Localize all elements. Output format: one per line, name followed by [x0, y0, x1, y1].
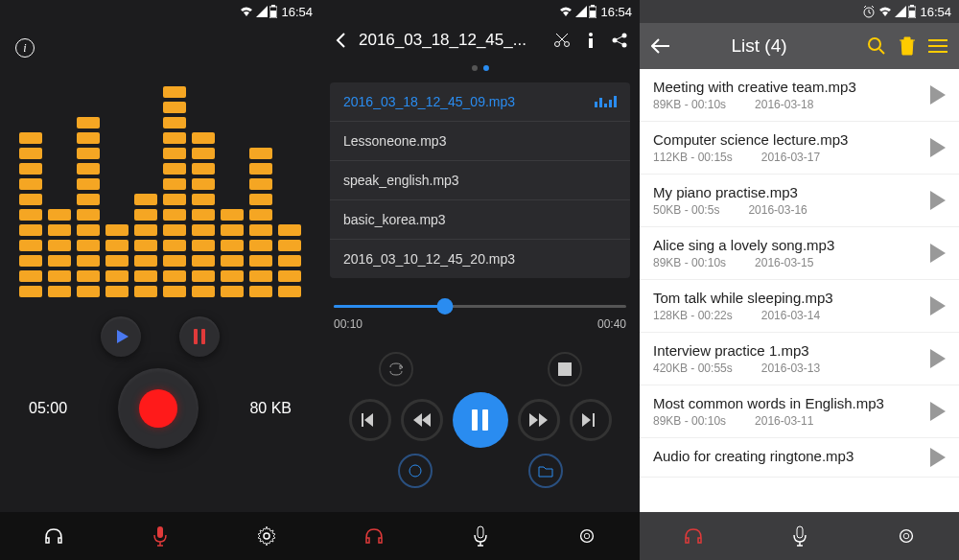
track-row[interactable]: speak_english.mp3 — [330, 161, 630, 200]
prev-track-button[interactable] — [349, 399, 391, 441]
back-button[interactable] — [651, 38, 670, 54]
play-item-button[interactable] — [930, 85, 946, 105]
list-screen: 16:54 List (4) Meeting with creative tea… — [640, 0, 959, 560]
search-button[interactable] — [867, 36, 886, 56]
elapsed-time: 05:00 — [29, 400, 67, 417]
player-screen: 16:54 2016_03_18_12_45_... 2016_03_18_12… — [320, 0, 640, 560]
repeat-button[interactable] — [379, 352, 413, 386]
tab-settings[interactable] — [533, 512, 640, 560]
folder-button[interactable] — [528, 454, 563, 488]
play-item-button[interactable] — [930, 402, 946, 421]
track-name: basic_korea.mp3 — [343, 212, 446, 227]
play-item-button[interactable] — [930, 296, 946, 315]
svg-point-29 — [903, 533, 909, 539]
file-name: Meeting with creative team.mp3 — [653, 79, 930, 95]
status-bar: 16:54 — [0, 0, 320, 23]
list-item[interactable]: My piano practise.mp350KB - 00:5s2016-03… — [640, 175, 959, 227]
file-size-duration: 50KB - 00:5s — [653, 203, 719, 217]
list-item[interactable]: Audio for creating ringtone.mp3 — [640, 438, 959, 478]
stop-button[interactable] — [548, 352, 582, 386]
play-button[interactable] — [101, 316, 141, 357]
svg-point-4 — [264, 533, 269, 539]
play-item-button[interactable] — [930, 244, 946, 263]
headphones-icon — [682, 525, 705, 548]
recorder-screen: 16:54 i 05:00 80 KB — [0, 0, 320, 560]
file-size-duration: 420KB - 00:55s — [653, 362, 733, 375]
status-time: 16:54 — [600, 5, 632, 19]
stop-icon — [558, 362, 572, 376]
svg-rect-3 — [157, 526, 163, 538]
file-size-duration: 89KB - 00:10s — [653, 256, 726, 269]
equalizer-visualizer — [0, 58, 320, 307]
gear-icon — [896, 525, 917, 547]
folder-icon — [538, 464, 553, 478]
delete-button[interactable] — [900, 36, 915, 56]
forward-icon — [529, 413, 549, 427]
svg-point-28 — [900, 530, 912, 543]
tab-settings[interactable] — [853, 512, 959, 560]
pause-button[interactable] — [179, 316, 220, 357]
skip-next-icon — [582, 413, 599, 427]
file-date: 2016-03-18 — [755, 98, 813, 111]
recordings-list[interactable]: Meeting with creative team.mp389KB - 00:… — [640, 69, 959, 512]
track-row[interactable]: 2016_03_10_12_45_20.mp3 — [330, 240, 630, 278]
play-item-button[interactable] — [930, 191, 946, 210]
file-date: 2016-03-13 — [761, 362, 820, 375]
share-icon[interactable] — [609, 32, 630, 49]
record-button[interactable] — [118, 368, 199, 449]
file-size-duration: 128KB - 00:22s — [653, 309, 733, 322]
tab-listen[interactable] — [320, 512, 427, 560]
gear-icon — [255, 525, 278, 548]
svg-point-13 — [613, 38, 618, 43]
speed-button[interactable] — [398, 454, 433, 488]
tab-record[interactable] — [427, 512, 533, 560]
info-button[interactable]: i — [15, 38, 35, 58]
seek-bar[interactable] — [334, 305, 626, 308]
forward-button[interactable] — [518, 399, 560, 441]
svg-point-20 — [580, 530, 593, 543]
play-item-button[interactable] — [930, 349, 946, 368]
tab-record[interactable] — [746, 512, 853, 560]
list-item[interactable]: Meeting with creative team.mp389KB - 00:… — [640, 69, 959, 122]
cut-icon[interactable] — [551, 32, 573, 49]
list-item[interactable]: Computer science lecture.mp3112KB - 00:1… — [640, 122, 959, 175]
list-item[interactable]: Alice sing a lovely song.mp389KB - 00:10… — [640, 227, 959, 280]
next-track-button[interactable] — [570, 399, 612, 441]
tab-record[interactable] — [106, 512, 213, 560]
file-name: Interview practice 1.mp3 — [653, 342, 930, 359]
tab-listen[interactable] — [640, 512, 746, 560]
play-item-button[interactable] — [930, 138, 946, 157]
play-item-button[interactable] — [930, 448, 946, 467]
tab-listen[interactable] — [0, 512, 106, 560]
search-icon — [867, 36, 886, 56]
file-size-duration: 112KB - 00:15s — [653, 151, 733, 164]
file-name: Tom talk while sleeping.mp3 — [653, 290, 930, 306]
svg-rect-25 — [909, 11, 915, 17]
rewind-icon — [412, 413, 432, 427]
rewind-button[interactable] — [401, 399, 443, 441]
file-date: 2016-03-15 — [755, 256, 813, 269]
menu-button[interactable] — [928, 38, 947, 54]
info-icon[interactable] — [580, 32, 601, 49]
signal-icon — [256, 6, 268, 17]
list-item[interactable]: Most common words in English.mp389KB - 0… — [640, 385, 959, 438]
svg-rect-11 — [589, 38, 593, 48]
svg-point-9 — [565, 42, 570, 47]
track-row[interactable]: 2016_03_18_12_45_09.mp3 — [330, 82, 630, 122]
svg-point-10 — [589, 33, 593, 36]
list-item[interactable]: Interview practice 1.mp3420KB - 00:55s20… — [640, 333, 959, 385]
player-title: 2016_03_18_12_45_... — [359, 31, 544, 50]
bottom-nav — [0, 512, 320, 560]
now-playing-icon — [595, 96, 617, 107]
battery-icon — [269, 5, 277, 18]
status-bar: 16:54 — [320, 0, 640, 23]
track-row[interactable]: basic_korea.mp3 — [330, 200, 630, 240]
svg-rect-7 — [590, 11, 596, 17]
list-item[interactable]: Tom talk while sleeping.mp3128KB - 00:22… — [640, 280, 959, 333]
play-pause-button[interactable] — [453, 392, 508, 448]
track-row[interactable]: Lessoneone.mp3 — [330, 122, 630, 161]
file-date: 2016-03-16 — [748, 203, 807, 217]
back-button[interactable] — [330, 32, 351, 49]
tab-settings[interactable] — [214, 512, 320, 560]
svg-rect-24 — [910, 5, 914, 7]
